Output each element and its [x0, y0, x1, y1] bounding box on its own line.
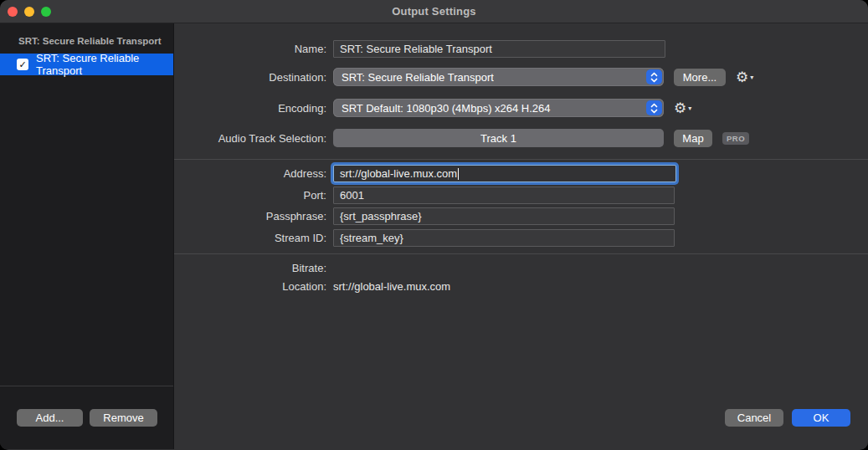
- passphrase-row: Passphrase:: [174, 207, 868, 225]
- popup-stepper-icon: [646, 100, 662, 115]
- encoding-settings-menu[interactable]: ⚙ ▾: [674, 101, 691, 115]
- location-label: Location:: [174, 280, 326, 293]
- port-row: Port:: [174, 187, 868, 204]
- ok-button[interactable]: OK: [792, 409, 850, 427]
- output-enabled-checkbox[interactable]: ✓: [17, 59, 28, 70]
- close-window-button[interactable]: [8, 7, 18, 17]
- sidebar-item-label: SRT: Secure Reliable Transport: [36, 52, 173, 77]
- location-row: Location: srt://global-live.mux.com: [174, 280, 868, 293]
- bitrate-label: Bitrate:: [174, 262, 326, 274]
- add-output-button[interactable]: Add...: [17, 409, 83, 427]
- sidebar-group-header: SRT: Secure Reliable Transport: [18, 36, 167, 46]
- stream-id-label: Stream ID:: [174, 232, 326, 244]
- address-row: Address: srt://global-live.mux.com: [174, 165, 868, 182]
- encoding-popup[interactable]: SRT Default: 1080p30 (4Mbps) x264 H.264: [333, 99, 664, 117]
- address-label: Address:: [174, 167, 326, 180]
- outputs-sidebar: SRT: Secure Reliable Transport ✓ SRT: Se…: [0, 23, 174, 449]
- name-row: Name:: [174, 40, 868, 58]
- destination-label: Destination:: [174, 71, 326, 84]
- minimize-window-button[interactable]: [24, 7, 34, 17]
- bitrate-row: Bitrate:: [174, 262, 868, 274]
- passphrase-label: Passphrase:: [174, 210, 326, 222]
- settings-form-panel: Name: Destination: SRT: Secure Reliable …: [174, 23, 868, 449]
- destination-popup[interactable]: SRT: Secure Reliable Transport: [333, 68, 664, 86]
- destination-popup-value: SRT: Secure Reliable Transport: [342, 71, 494, 84]
- encoding-label: Encoding:: [174, 102, 326, 115]
- stream-id-input[interactable]: [333, 229, 675, 247]
- passphrase-input[interactable]: [333, 207, 675, 225]
- title-bar: Output Settings: [0, 0, 868, 23]
- gear-icon: ⚙: [674, 101, 686, 115]
- cancel-button[interactable]: Cancel: [725, 409, 783, 427]
- map-button[interactable]: Map: [674, 130, 712, 147]
- gear-icon: ⚙: [736, 70, 748, 84]
- zoom-window-button[interactable]: [41, 7, 51, 17]
- section-divider: [174, 159, 868, 160]
- stream-id-row: Stream ID:: [174, 229, 868, 247]
- traffic-lights: [8, 0, 51, 23]
- section-divider: [174, 253, 868, 254]
- output-settings-window: Output Settings SRT: Secure Reliable Tra…: [0, 0, 868, 450]
- audio-track-label: Audio Track Selection:: [174, 132, 326, 145]
- encoding-popup-value: SRT Default: 1080p30 (4Mbps) x264 H.264: [342, 102, 551, 115]
- port-input[interactable]: [333, 187, 675, 204]
- window-title: Output Settings: [392, 5, 476, 18]
- more-button[interactable]: More...: [674, 69, 726, 86]
- sidebar-item-srt-output[interactable]: ✓ SRT: Secure Reliable Transport: [0, 54, 173, 75]
- address-value: srt://global-live.mux.com: [340, 167, 457, 180]
- name-label: Name:: [174, 43, 326, 55]
- location-value: srt://global-live.mux.com: [333, 280, 450, 293]
- caret-down-icon: ▾: [750, 74, 753, 81]
- audio-track-button[interactable]: Track 1: [333, 129, 664, 147]
- pro-badge: PRO: [722, 132, 749, 145]
- popup-stepper-icon: [646, 69, 662, 84]
- encoding-row: Encoding: SRT Default: 1080p30 (4Mbps) x…: [174, 99, 868, 117]
- address-input[interactable]: srt://global-live.mux.com: [333, 165, 676, 182]
- text-cursor: [458, 168, 459, 180]
- caret-down-icon: ▾: [688, 105, 691, 112]
- remove-output-button[interactable]: Remove: [90, 409, 157, 427]
- name-input[interactable]: [333, 40, 665, 58]
- audio-track-row: Audio Track Selection: Track 1 Map PRO: [174, 129, 868, 147]
- sidebar-footer-divider: [0, 386, 173, 386]
- destination-settings-menu[interactable]: ⚙ ▾: [736, 70, 753, 84]
- destination-row: Destination: SRT: Secure Reliable Transp…: [174, 68, 868, 86]
- port-label: Port:: [174, 189, 326, 202]
